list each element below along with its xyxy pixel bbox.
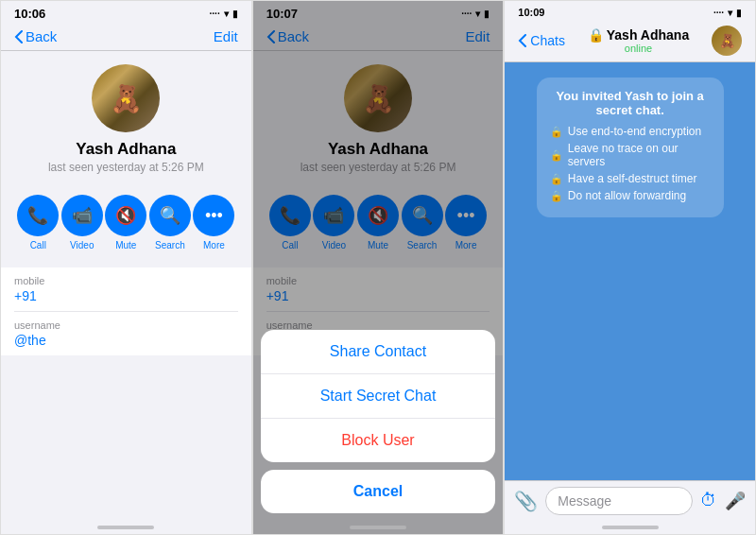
home-indicator-3 — [505, 521, 755, 534]
signal-icon: ···· — [210, 9, 220, 19]
mobile-label-1: mobile — [14, 275, 238, 286]
status-icons-3: ···· ▾ ▮ — [713, 8, 742, 18]
panel-2-action-sheet: 10:07 ···· ▾ ▮ Back Edit 🧸 Yash Adhana l… — [252, 0, 505, 535]
time-1: 10:06 — [14, 7, 45, 21]
feature-lock-icon-3: 🔒 — [550, 173, 563, 185]
home-bar-1 — [97, 526, 154, 529]
search-label-1: Search — [155, 240, 185, 250]
nav-bar-1: Back Edit — [1, 25, 251, 51]
secret-chat-info-bubble: You invited Yash to join a secret chat. … — [537, 78, 724, 217]
home-bar-2 — [350, 526, 406, 529]
feature-text-4: Do not allow forwarding — [568, 189, 686, 202]
feature-text-1: Use end-to-end encryption — [568, 125, 701, 138]
panel-3-secret-chat: 10:09 ···· ▾ ▮ Chats 🔒 Yash Adhana onlin… — [504, 0, 756, 535]
feature-lock-icon-1: 🔒 — [550, 126, 563, 138]
more-label-1: More — [203, 240, 225, 250]
attach-icon[interactable]: 📎 — [514, 490, 538, 512]
search-button-1[interactable]: 🔍 Search — [149, 195, 191, 250]
battery-icon: ▮ — [232, 9, 238, 19]
share-contact-item[interactable]: Share Contact — [261, 330, 496, 374]
mute-icon-1: 🔇 — [105, 195, 146, 236]
video-label-1: Video — [70, 240, 94, 250]
feature-text-3: Have a self-destruct timer — [568, 172, 697, 185]
bubble-feature-2: 🔒 Leave no trace on our servers — [550, 142, 711, 168]
mobile-info-1: mobile +91 — [14, 268, 238, 312]
record-icon[interactable]: 🎤 — [725, 491, 746, 511]
home-bar-3 — [602, 526, 659, 529]
profile-status-1: last seen yesterday at 5:26 PM — [48, 161, 204, 174]
home-indicator-2 — [253, 521, 504, 534]
status-icons-1: ···· ▾ ▮ — [210, 9, 238, 19]
battery-icon-3: ▮ — [736, 8, 742, 18]
action-row-1: 📞 Call 📹 Video 🔇 Mute 🔍 Search ••• More — [1, 185, 251, 260]
bubble-feature-1: 🔒 Use end-to-end encryption — [550, 125, 711, 138]
video-button-1[interactable]: 📹 Video — [61, 195, 103, 250]
feature-lock-icon-4: 🔒 — [550, 190, 563, 202]
mobile-value-1[interactable]: +91 — [14, 288, 238, 303]
time-3: 10:09 — [518, 7, 544, 18]
mute-button-1[interactable]: 🔇 Mute — [105, 195, 146, 250]
avatar-image-1: 🧸 — [92, 64, 160, 132]
cancel-button[interactable]: Cancel — [261, 470, 496, 513]
modal-overlay: Share Contact Start Secret Chat Block Us… — [253, 1, 504, 534]
username-info-1: username @the — [14, 312, 238, 355]
back-button-1[interactable]: Back — [14, 28, 57, 44]
signal-icon-3: ···· — [713, 8, 724, 18]
message-placeholder: Message — [558, 493, 611, 509]
wifi-icon-3: ▾ — [728, 8, 732, 18]
start-secret-chat-item[interactable]: Start Secret Chat — [261, 374, 496, 419]
timer-icon[interactable]: ⏱ — [700, 491, 717, 511]
chat-nav-center: 🔒 Yash Adhana online — [588, 27, 689, 54]
chat-input-bar: 📎 Message ⏱ 🎤 — [505, 480, 755, 521]
edit-button-1[interactable]: Edit — [214, 28, 238, 44]
profile-section-1: 🧸 Yash Adhana last seen yesterday at 5:2… — [1, 51, 251, 185]
status-bar-1: 10:06 ···· ▾ ▮ — [1, 1, 251, 25]
more-button-1[interactable]: ••• More — [193, 195, 234, 250]
username-label-1: username — [14, 319, 238, 331]
chats-back-label: Chats — [530, 33, 565, 48]
home-indicator-1 — [1, 521, 251, 534]
search-icon-1: 🔍 — [149, 195, 191, 236]
bubble-feature-3: 🔒 Have a self-destruct timer — [550, 172, 711, 185]
wifi-icon: ▾ — [224, 9, 229, 19]
chat-body: You invited Yash to join a secret chat. … — [505, 62, 755, 480]
profile-name-1: Yash Adhana — [76, 140, 176, 159]
chat-online-status: online — [625, 43, 652, 54]
chat-nav-bar: Chats 🔒 Yash Adhana online 🧸 — [505, 22, 755, 62]
status-bar-3: 10:09 ···· ▾ ▮ — [505, 1, 755, 22]
bubble-title: You invited Yash to join a secret chat. — [550, 89, 711, 117]
feature-text-2: Leave no trace on our servers — [568, 142, 711, 168]
info-section-1: mobile +91 username @the — [1, 268, 251, 355]
bubble-feature-4: 🔒 Do not allow forwarding — [550, 189, 711, 202]
action-sheet-group: Share Contact Start Secret Chat Block Us… — [261, 330, 496, 462]
chat-input-icons: ⏱ 🎤 — [700, 491, 746, 511]
call-icon-1: 📞 — [17, 195, 59, 236]
lock-icon: 🔒 — [588, 27, 604, 43]
chats-back-button[interactable]: Chats — [518, 33, 565, 48]
avatar-1: 🧸 — [92, 64, 160, 132]
username-value-1[interactable]: @the — [14, 333, 238, 348]
chat-contact-name: 🔒 Yash Adhana — [588, 27, 689, 43]
chat-nav-avatar[interactable]: 🧸 — [712, 26, 742, 56]
feature-lock-icon-2: 🔒 — [550, 149, 563, 162]
panel-1-contact-profile: 10:06 ···· ▾ ▮ Back Edit 🧸 Yash Adhana l… — [0, 0, 252, 535]
call-label-1: Call — [30, 240, 46, 250]
block-user-item[interactable]: Block User — [261, 419, 496, 462]
call-button-1[interactable]: 📞 Call — [17, 195, 59, 250]
back-label-1: Back — [26, 28, 57, 44]
action-sheet: Share Contact Start Secret Chat Block Us… — [253, 322, 504, 521]
message-input[interactable]: Message — [545, 487, 693, 515]
mute-label-1: Mute — [115, 240, 136, 250]
video-icon-1: 📹 — [61, 195, 103, 236]
more-icon-1: ••• — [193, 195, 234, 236]
